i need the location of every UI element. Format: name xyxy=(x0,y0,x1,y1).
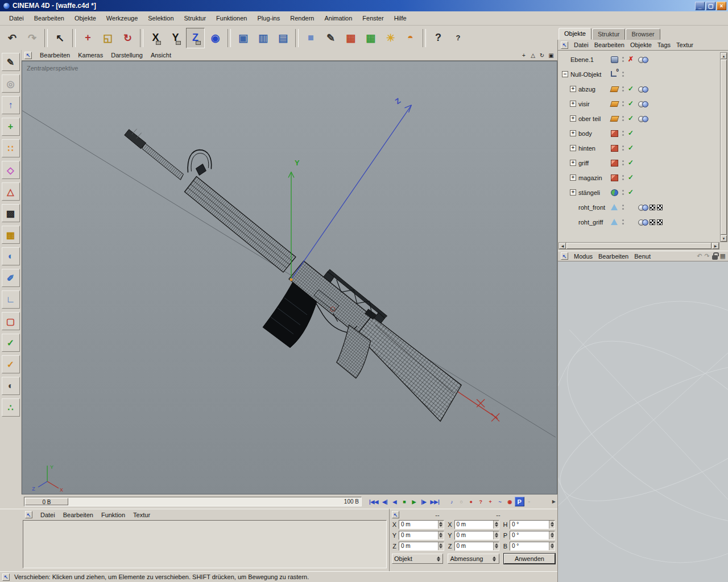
toggle-view-icon[interactable]: ▣ xyxy=(547,51,555,59)
coordinate-value[interactable]: 0 m xyxy=(399,543,438,549)
compositing-tag-icon[interactable] xyxy=(657,205,663,210)
material-menu-item[interactable]: Funktion xyxy=(101,512,125,518)
polygons-mode-button[interactable]: △ xyxy=(2,182,20,201)
visibility-dots-icon[interactable] xyxy=(622,86,624,88)
coordinate-value[interactable]: 0 m xyxy=(399,532,438,538)
add-keyframe-button[interactable]: + xyxy=(486,497,495,506)
make-editable-button[interactable]: ✎ xyxy=(2,53,20,71)
visibility-dots-icon[interactable] xyxy=(622,146,624,147)
object-manager-tab[interactable]: Struktur xyxy=(592,28,626,40)
window-titlebar[interactable]: CINEMA 4D - [waffe.c4d *] _ ▢ × xyxy=(0,0,728,11)
spinner-icon[interactable] xyxy=(438,542,444,550)
size-mode-dropdown[interactable]: Abmessung xyxy=(448,554,499,564)
texture-axis-mode-button[interactable]: ▦ xyxy=(2,226,20,244)
viewport-menu-item[interactable]: Ansicht xyxy=(151,52,171,59)
compositing-tag-icon[interactable] xyxy=(650,205,655,210)
scroll-down-icon[interactable]: ▼ xyxy=(721,235,727,242)
axis-modification-button[interactable]: ∴ xyxy=(2,398,20,417)
workplane-tool-button[interactable]: ∟ xyxy=(2,290,20,309)
attribute-menu-item[interactable]: Modus xyxy=(574,253,593,260)
coordinate-input[interactable]: 0 m xyxy=(399,520,444,529)
edges-mode-button[interactable]: ◇ xyxy=(2,161,20,179)
menubar-item[interactable]: Plug-ins xyxy=(253,13,284,24)
spinner-icon[interactable] xyxy=(493,531,499,539)
object-name[interactable]: roht_griff xyxy=(578,219,603,226)
coordinate-value[interactable]: 0 ° xyxy=(510,521,549,527)
object-tree-item[interactable]: Null-Objekt xyxy=(559,67,719,82)
coordinate-input[interactable]: 0 m xyxy=(399,531,444,540)
object-name[interactable]: ober teil xyxy=(578,115,601,122)
add-environment-object-button[interactable]: ◓ xyxy=(401,28,420,48)
timeline-next-frame-button[interactable]: |▶ xyxy=(419,497,428,506)
coordinate-value[interactable]: 0 ° xyxy=(510,532,549,538)
nav-back-button[interactable]: ↶ xyxy=(697,252,702,260)
object-name[interactable]: Ebene.1 xyxy=(570,56,594,63)
menubar-item[interactable]: Bearbeiten xyxy=(30,13,69,24)
coordinate-input[interactable]: 0 ° xyxy=(510,531,555,540)
apply-button[interactable]: Anwenden xyxy=(504,554,555,564)
material-menu-item[interactable]: Textur xyxy=(133,512,150,518)
lock-icon[interactable] xyxy=(712,255,718,260)
scrollbar-thumb[interactable] xyxy=(721,60,727,235)
object-name[interactable]: magazin xyxy=(578,174,602,181)
menubar-item[interactable]: Funktionen xyxy=(212,13,251,24)
viewport-3d-view[interactable]: Y Z Y X Z Zentralperspektive xyxy=(22,61,557,494)
coordinate-value[interactable]: 0 m xyxy=(455,521,494,527)
scale-tool[interactable]: ◱ xyxy=(98,28,117,48)
panel-handle-icon[interactable]: ↖ xyxy=(2,573,10,581)
tree-expander-icon[interactable] xyxy=(570,145,576,151)
autokey-button[interactable]: ? xyxy=(476,497,486,506)
object-manager-menu-item[interactable]: Tags xyxy=(657,41,671,48)
move-tool[interactable]: + xyxy=(78,28,97,48)
object-pivot[interactable] xyxy=(289,278,292,281)
mode-dropdown[interactable]: Objekt xyxy=(392,554,443,564)
parameter-button[interactable]: P xyxy=(515,497,524,506)
lock-y-axis-button[interactable]: Y xyxy=(166,28,185,48)
texture-tag-icon[interactable] xyxy=(638,86,648,92)
scroll-left-icon[interactable]: ◀ xyxy=(559,243,566,249)
panel-handle-icon[interactable]: ↖ xyxy=(561,252,568,260)
enable-state-icon[interactable] xyxy=(628,114,634,122)
menubar-item[interactable]: Datei xyxy=(5,13,28,24)
menubar-item[interactable]: Animation xyxy=(320,13,357,24)
visibility-dots-icon[interactable] xyxy=(622,205,624,206)
visibility-dots-icon[interactable] xyxy=(622,160,624,162)
tree-expander-icon[interactable] xyxy=(570,115,576,122)
tree-expander-icon[interactable] xyxy=(570,174,576,181)
add-symmetry-object-button[interactable]: ▦ xyxy=(361,28,380,48)
enable-state-icon[interactable] xyxy=(628,99,634,107)
enable-state-icon[interactable] xyxy=(628,188,634,196)
compositing-tag-icon[interactable] xyxy=(657,219,663,225)
timeline-panel-arrow[interactable]: ▶ xyxy=(552,499,557,504)
enable-state-icon[interactable] xyxy=(628,173,634,181)
fcurve-button[interactable]: ~ xyxy=(495,497,505,506)
tree-expander-icon[interactable] xyxy=(570,160,576,166)
coordinate-value[interactable]: 0 ° xyxy=(510,543,549,549)
zoom-view-icon[interactable]: △ xyxy=(529,51,537,59)
tree-expander-icon[interactable] xyxy=(570,86,576,92)
object-name[interactable]: griff xyxy=(578,160,589,167)
rotate-tool[interactable]: ↻ xyxy=(118,28,137,48)
timeline-play-backward-button[interactable]: ◀ xyxy=(390,497,399,506)
tag-icons[interactable] xyxy=(638,219,663,225)
minimize-button[interactable]: _ xyxy=(695,2,705,10)
object-name[interactable]: visir xyxy=(578,101,590,107)
coordinate-input[interactable]: 0 ° xyxy=(510,520,555,529)
enable-quantize-button[interactable]: ✓ xyxy=(2,355,20,373)
visibility-dots-icon[interactable] xyxy=(622,219,624,221)
coordinate-input[interactable]: 0 m xyxy=(399,542,444,551)
tree-expander-icon[interactable] xyxy=(570,101,576,107)
panel-handle-icon[interactable]: ↖ xyxy=(561,41,568,49)
viewport-menu-item[interactable]: Bearbeiten xyxy=(40,52,70,59)
points-mode-button[interactable]: ∷ xyxy=(2,139,20,157)
object-name[interactable]: abzug xyxy=(578,86,595,93)
object-tree-item[interactable]: hinten xyxy=(559,141,719,156)
material-menu-item[interactable]: Datei xyxy=(40,512,55,518)
tree-expander-icon[interactable] xyxy=(570,130,576,136)
render-picture-viewer-button[interactable]: ▥ xyxy=(254,28,272,48)
timeline-goto-start-button[interactable]: |◀◀ xyxy=(367,497,380,506)
context-help-button[interactable]: ? xyxy=(449,28,468,48)
object-tree-item[interactable]: abzug xyxy=(559,82,719,97)
object-manager-menu-item[interactable]: Textur xyxy=(676,41,693,48)
timeline-play-button[interactable]: ▶ xyxy=(409,497,419,506)
